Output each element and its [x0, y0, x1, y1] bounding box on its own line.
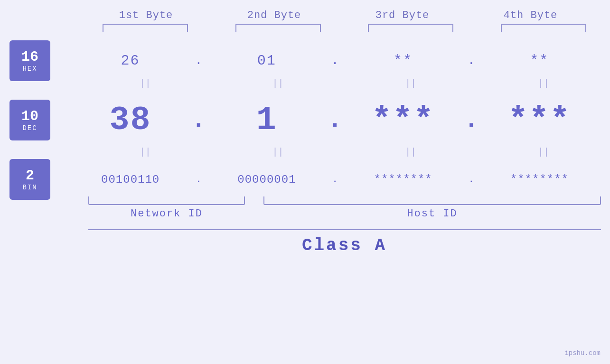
class-label: Class A	[302, 236, 387, 255]
hex-dot-1: .	[191, 54, 206, 68]
bin-dot-2: .	[328, 174, 342, 186]
eq1-b2: ||	[212, 78, 345, 89]
dec-badge-label: DEC	[22, 124, 37, 132]
eq1-b1: ||	[79, 78, 212, 89]
eq2-b2: ||	[212, 147, 345, 158]
eq1-b3: ||	[345, 78, 478, 89]
watermark: ipshu.com	[564, 349, 601, 357]
network-id-bracket	[88, 196, 245, 205]
bin-b1: 00100110	[69, 173, 191, 186]
id-labels: Network ID Host ID	[0, 208, 610, 220]
top-bracket-row	[0, 24, 610, 32]
bin-b2: 00000001	[206, 173, 328, 186]
byte-header-3: 3rd Byte	[338, 9, 467, 21]
bin-dot-3: .	[464, 174, 479, 186]
bracket-cell-3	[345, 24, 478, 32]
bracket-cell-2	[212, 24, 345, 32]
byte-header-4: 4th Byte	[467, 9, 595, 21]
bin-badge-number: 2	[26, 168, 34, 184]
hex-badge-label: HEX	[22, 65, 37, 73]
hex-dot-3: .	[464, 54, 479, 68]
hex-b3: **	[342, 53, 464, 69]
byte-header-2: 2nd Byte	[210, 9, 338, 21]
full-bracket-line	[88, 229, 601, 230]
top-bracket-1	[103, 24, 188, 32]
dec-b4: ***	[479, 102, 601, 139]
hex-badge-number: 16	[21, 49, 38, 65]
host-id-bracket	[263, 196, 601, 205]
dec-b1: 38	[69, 102, 191, 139]
bin-values: 00100110 . 00000001 . ******** . *******…	[69, 173, 601, 186]
eq1-b4: ||	[477, 78, 610, 89]
top-bracket-4	[501, 24, 586, 32]
hex-values: 26 . 01 . ** . **	[69, 53, 601, 69]
dec-b2: 1	[206, 102, 328, 139]
network-bracket-cell	[79, 196, 254, 205]
dec-dot-3: .	[464, 107, 479, 134]
bin-badge: 2 BIN	[9, 159, 50, 200]
hex-b1: 26	[69, 53, 191, 69]
bin-b4: ********	[479, 173, 601, 186]
equals-row-2: || || || ||	[0, 144, 610, 160]
bracket-cell-1	[79, 24, 212, 32]
byte-header-1: 1st Byte	[82, 9, 210, 21]
dec-badge-number: 10	[21, 109, 38, 124]
eq2-b3: ||	[345, 147, 478, 158]
hex-row: 16 HEX 26 . 01 . ** . **	[0, 47, 610, 75]
byte-headers-row: 1st Byte 2nd Byte 3rd Byte 4th Byte	[82, 9, 595, 21]
bin-b3: ********	[342, 173, 464, 186]
class-label-container: Class A	[88, 236, 601, 255]
bracket-cell-4	[477, 24, 610, 32]
hex-b2: 01	[206, 53, 328, 69]
bin-badge-label: BIN	[22, 184, 37, 191]
host-bracket-cell	[254, 196, 610, 205]
hex-b4: **	[479, 53, 601, 69]
full-bottom-bracket	[88, 229, 601, 230]
dec-b3: ***	[342, 102, 464, 139]
hex-dot-2: .	[328, 54, 342, 68]
dec-dot-1: .	[191, 107, 206, 134]
dec-dot-2: .	[328, 107, 342, 134]
main-container: 1st Byte 2nd Byte 3rd Byte 4th Byte 16 H…	[0, 0, 610, 364]
dec-values: 38 . 1 . *** . ***	[69, 102, 601, 139]
dec-row: 10 DEC 38 . 1 . *** . ***	[0, 96, 610, 144]
bin-row: 2 BIN 00100110 . 00000001 . ******** . *…	[0, 165, 610, 194]
network-id-label: Network ID	[79, 208, 254, 220]
equals-row-1: || || || ||	[0, 75, 610, 92]
bin-dot-1: .	[191, 174, 206, 186]
top-bracket-3	[368, 24, 453, 32]
bottom-brackets	[0, 196, 610, 205]
dec-badge: 10 DEC	[9, 100, 50, 140]
eq2-b4: ||	[477, 147, 610, 158]
eq2-b1: ||	[79, 147, 212, 158]
host-id-label: Host ID	[254, 208, 610, 220]
top-bracket-2	[235, 24, 321, 32]
